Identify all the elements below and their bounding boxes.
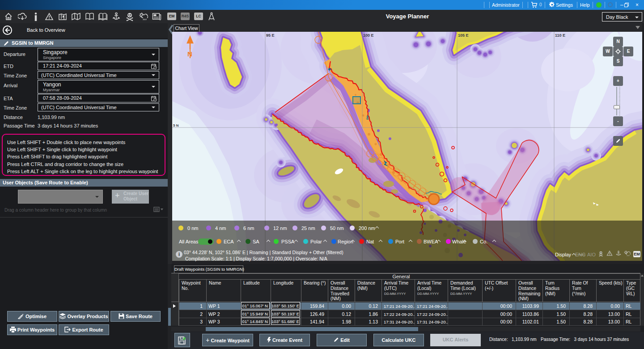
svg-text:105 E: 105 E	[458, 33, 469, 38]
svg-text:110 E: 110 E	[555, 33, 565, 38]
svg-text:N: N	[187, 50, 192, 58]
svg-text:100 E: 100 E	[363, 33, 374, 38]
svg-text:5 N: 5 N	[173, 123, 179, 128]
svg-text:95 E: 95 E	[266, 33, 275, 38]
